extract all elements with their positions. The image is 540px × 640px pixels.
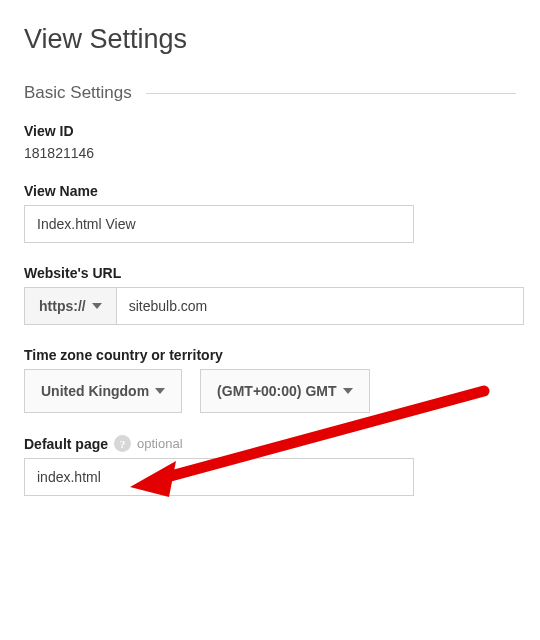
url-protocol-value: https://	[39, 298, 86, 314]
view-name-field: View Name	[24, 183, 516, 243]
timezone-field: Time zone country or territory United Ki…	[24, 347, 516, 413]
view-name-input[interactable]	[24, 205, 414, 243]
chevron-down-icon	[343, 388, 353, 394]
chevron-down-icon	[155, 388, 165, 394]
timezone-zone-value: (GMT+00:00) GMT	[217, 383, 336, 399]
view-id-value: 181821146	[24, 145, 516, 161]
default-page-input[interactable]	[24, 458, 414, 496]
timezone-country-value: United Kingdom	[41, 383, 149, 399]
section-header: Basic Settings	[24, 83, 516, 103]
divider	[146, 93, 516, 94]
help-icon[interactable]: ?	[114, 435, 131, 452]
view-name-label: View Name	[24, 183, 516, 199]
website-url-field: Website's URL https://	[24, 265, 516, 325]
page-title: View Settings	[24, 24, 516, 55]
website-url-label: Website's URL	[24, 265, 516, 281]
view-id-field: View ID 181821146	[24, 123, 516, 161]
url-protocol-select[interactable]: https://	[24, 287, 117, 325]
default-page-label: Default page ? optional	[24, 435, 516, 452]
default-page-label-text: Default page	[24, 436, 108, 452]
timezone-label: Time zone country or territory	[24, 347, 516, 363]
optional-tag: optional	[137, 436, 183, 451]
view-id-label: View ID	[24, 123, 516, 139]
url-domain-input[interactable]	[117, 287, 524, 325]
timezone-zone-select[interactable]: (GMT+00:00) GMT	[200, 369, 369, 413]
default-page-field: Default page ? optional	[24, 435, 516, 496]
chevron-down-icon	[92, 303, 102, 309]
timezone-country-select[interactable]: United Kingdom	[24, 369, 182, 413]
section-title: Basic Settings	[24, 83, 132, 103]
